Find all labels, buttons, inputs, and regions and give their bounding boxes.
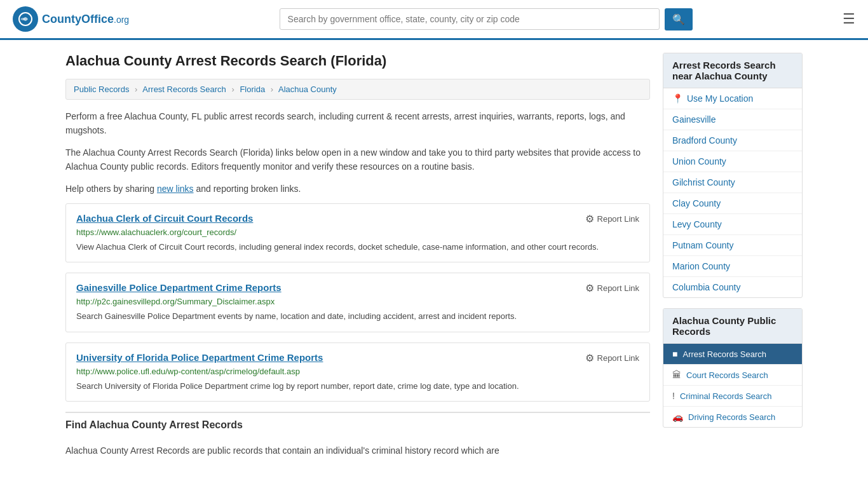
nearby-link-1[interactable]: Bradford County: [663, 130, 802, 151]
public-record-label-1: Court Records Search: [686, 370, 768, 380]
report-link-button-1[interactable]: ⚙ Report Link: [585, 282, 639, 294]
public-record-label-3: Driving Records Search: [688, 412, 775, 422]
public-records-box: Alachua County Public Records ■ Arrest R…: [663, 308, 803, 428]
report-icon-1: ⚙: [585, 282, 594, 294]
intro-text-2: The Alachua County Arrest Records Search…: [65, 146, 650, 174]
nearby-box: Arrest Records Search near Alachua Count…: [663, 53, 803, 298]
record-card: University of Florida Police Department …: [65, 342, 650, 402]
public-records-title: Alachua County Public Records: [663, 309, 802, 344]
nearby-link-0[interactable]: Gainesville: [663, 109, 802, 130]
use-my-location[interactable]: 📍 Use My Location: [663, 88, 802, 109]
page-title: Alachua County Arrest Records Search (Fl…: [65, 53, 650, 69]
search-bar-area: 🔍: [280, 8, 693, 30]
record-cards-container: Alachua Clerk of Circuit Court Records ⚙…: [65, 203, 650, 402]
new-links-link[interactable]: new links: [157, 184, 194, 194]
record-card: Gainesville Police Department Crime Repo…: [65, 273, 650, 332]
record-card-header: Alachua Clerk of Circuit Court Records ⚙…: [76, 213, 639, 225]
breadcrumb: Public Records › Arrest Records Search ›…: [65, 79, 650, 100]
report-icon-2: ⚙: [585, 352, 594, 364]
arrest-icon: ■: [672, 349, 677, 359]
record-desc-1: Search Gainesville Police Department eve…: [76, 310, 639, 323]
record-card: Alachua Clerk of Circuit Court Records ⚙…: [65, 203, 650, 263]
hamburger-menu-button[interactable]: ☰: [843, 12, 855, 26]
record-title-0[interactable]: Alachua Clerk of Circuit Court Records: [76, 213, 253, 224]
nearby-link-5[interactable]: Levy County: [663, 214, 802, 235]
breadcrumb-sep2: ›: [231, 85, 234, 94]
report-icon-0: ⚙: [585, 213, 594, 225]
report-link-label-0: Report Link: [597, 214, 639, 224]
record-url-0: https://www.alachuaclerk.org/court_recor…: [76, 227, 639, 237]
breadcrumb-alachua-county[interactable]: Alachua County: [278, 85, 337, 94]
record-url-2: http://www.police.ufl.edu/wp-content/asp…: [76, 367, 639, 376]
record-title-1[interactable]: Gainesville Police Department Crime Repo…: [76, 282, 281, 293]
nearby-link-4[interactable]: Clay County: [663, 193, 802, 214]
find-section-heading: Find Alachua County Arrest Records: [65, 412, 650, 437]
logo-icon: [13, 6, 38, 32]
logo-area: CountyOffice.org: [13, 6, 129, 32]
search-button[interactable]: 🔍: [665, 8, 693, 30]
search-input[interactable]: [280, 8, 660, 30]
main-content: Alachua County Arrest Records Search (Fl…: [65, 53, 650, 466]
pin-icon: 📍: [672, 93, 683, 104]
report-link-label-1: Report Link: [597, 283, 639, 293]
intro-text-1: Perform a free Alachua County, FL public…: [65, 109, 650, 138]
breadcrumb-arrest-records[interactable]: Arrest Records Search: [142, 85, 226, 94]
find-section-text: Alachua County Arrest Records are public…: [65, 444, 650, 458]
sidebar: Arrest Records Search near Alachua Count…: [663, 53, 803, 466]
nearby-links-container: GainesvilleBradford CountyUnion CountyGi…: [663, 109, 802, 297]
report-link-button-2[interactable]: ⚙ Report Link: [585, 352, 639, 364]
report-link-button-0[interactable]: ⚙ Report Link: [585, 213, 639, 225]
public-record-item-2[interactable]: ! Criminal Records Search: [663, 386, 802, 407]
record-desc-2: Search University of Florida Police Depa…: [76, 380, 639, 393]
public-record-label-2: Criminal Records Search: [680, 391, 772, 401]
record-card-header: Gainesville Police Department Crime Repo…: [76, 282, 639, 294]
header: CountyOffice.org 🔍 ☰: [0, 0, 868, 40]
public-record-item-0[interactable]: ■ Arrest Records Search: [663, 344, 802, 365]
public-record-label-0: Arrest Records Search: [682, 349, 766, 359]
logo-text: CountyOffice.org: [42, 13, 129, 26]
public-record-item-1[interactable]: 🏛 Court Records Search: [663, 365, 802, 386]
criminal-icon: !: [672, 391, 675, 401]
breadcrumb-florida[interactable]: Florida: [240, 85, 265, 94]
main-container: Alachua County Arrest Records Search (Fl…: [53, 40, 815, 478]
public-records-items-container: ■ Arrest Records Search 🏛 Court Records …: [663, 344, 802, 427]
nearby-link-3[interactable]: Gilchrist County: [663, 172, 802, 193]
record-title-2[interactable]: University of Florida Police Department …: [76, 352, 323, 363]
driving-icon: 🚗: [672, 412, 683, 422]
nearby-link-6[interactable]: Putnam County: [663, 235, 802, 256]
record-desc-0: View Alachua Clerk of Circuit Court reco…: [76, 241, 639, 254]
nearby-link-2[interactable]: Union County: [663, 151, 802, 172]
court-icon: 🏛: [672, 370, 681, 380]
breadcrumb-public-records[interactable]: Public Records: [74, 85, 129, 94]
record-card-header: University of Florida Police Department …: [76, 352, 639, 364]
record-url-1: http://p2c.gainesvillepd.org/Summary_Dis…: [76, 297, 639, 306]
report-link-label-2: Report Link: [597, 353, 639, 363]
nearby-link-7[interactable]: Marion County: [663, 256, 802, 277]
breadcrumb-sep1: ›: [135, 85, 137, 94]
nearby-link-8[interactable]: Columbia County: [663, 277, 802, 297]
nearby-box-title: Arrest Records Search near Alachua Count…: [663, 53, 802, 88]
intro-text-3: Help others by sharing new links and rep…: [65, 182, 650, 196]
public-record-item-3[interactable]: 🚗 Driving Records Search: [663, 407, 802, 427]
breadcrumb-sep3: ›: [271, 85, 273, 94]
